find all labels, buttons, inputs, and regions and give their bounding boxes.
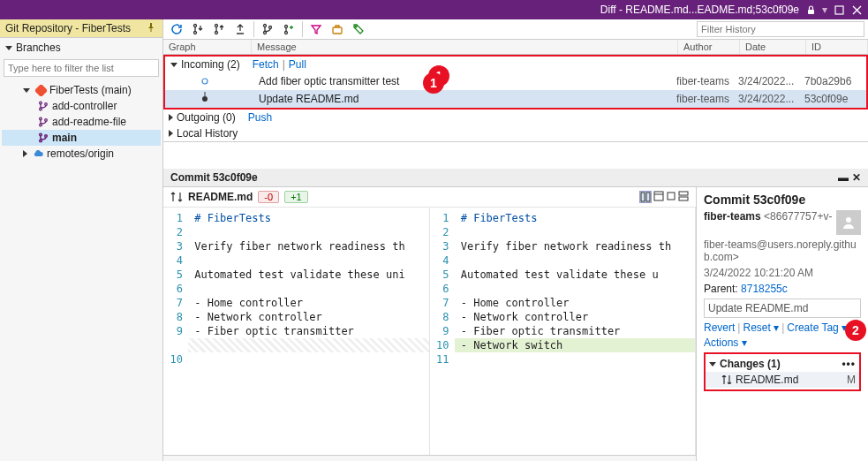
diff-left-pane[interactable]: 12345678910 # FiberTests Verify fiber ne… bbox=[163, 208, 430, 455]
svg-rect-21 bbox=[333, 27, 342, 34]
svg-point-9 bbox=[40, 133, 42, 136]
fetch-link[interactable]: Fetch bbox=[253, 58, 279, 71]
cloud-icon bbox=[32, 147, 44, 160]
actions-link[interactable]: Actions ▾ bbox=[704, 336, 747, 349]
svg-rect-30 bbox=[668, 193, 675, 200]
pull-link[interactable]: Pull bbox=[289, 58, 306, 71]
file-status: M bbox=[847, 374, 856, 386]
compare-icon bbox=[170, 192, 183, 202]
close-icon[interactable]: ✕ bbox=[852, 171, 861, 184]
svg-point-15 bbox=[215, 32, 218, 34]
panel-tab-label: Git Repository - FiberTests bbox=[5, 22, 131, 34]
branches-header[interactable]: Branches bbox=[0, 38, 162, 57]
commit-row[interactable]: Add fiber optic transmitter test fiber-t… bbox=[165, 72, 866, 90]
svg-point-3 bbox=[40, 102, 42, 104]
settings-icon[interactable] bbox=[678, 191, 689, 203]
svg-rect-32 bbox=[679, 197, 688, 200]
svg-point-16 bbox=[264, 25, 267, 27]
tag-icon[interactable] bbox=[349, 19, 368, 39]
incoming-highlight: Incoming (2) Fetch | Pull Add fiber opti… bbox=[163, 55, 868, 110]
svg-point-33 bbox=[846, 217, 851, 223]
commit-date: 3/24/2022 10:21:20 AM bbox=[704, 267, 861, 279]
svg-rect-28 bbox=[654, 192, 663, 200]
titlebar: Diff - README.md...EADME.md;53c0f09e ▾ bbox=[0, 0, 868, 19]
added-badge: +1 bbox=[284, 191, 308, 203]
changes-header[interactable]: Changes (1) ••• bbox=[706, 356, 859, 372]
commit-title: Commit 53c0f09e bbox=[704, 193, 861, 207]
view-option-icon[interactable] bbox=[666, 191, 676, 203]
window-bar-icon[interactable]: ▬ bbox=[838, 171, 849, 184]
repo-node[interactable]: FiberTests (main) bbox=[2, 82, 161, 98]
svg-point-19 bbox=[285, 26, 288, 28]
branch-filter-input[interactable] bbox=[4, 59, 159, 77]
status-bar: 100 %▾ ● No issues found Ln: 1 Ch: 1 bbox=[163, 455, 696, 461]
filter-history-input[interactable] bbox=[697, 21, 864, 37]
svg-rect-1 bbox=[835, 6, 843, 14]
branch-icon bbox=[37, 100, 49, 112]
svg-point-25 bbox=[202, 96, 208, 102]
lock-icon bbox=[804, 4, 817, 16]
inline-view-icon[interactable] bbox=[653, 191, 664, 203]
close-icon[interactable] bbox=[850, 4, 863, 16]
remotes-node[interactable]: remotes/origin bbox=[2, 146, 161, 162]
diff-tab-label: Diff - README.md...EADME.md;53c0f09e bbox=[600, 4, 799, 16]
branch-main[interactable]: main bbox=[2, 130, 161, 146]
more-icon[interactable]: ••• bbox=[842, 358, 856, 370]
create-tag-link[interactable]: Create Tag ▾ bbox=[787, 321, 847, 334]
maximize-icon[interactable] bbox=[833, 4, 845, 16]
svg-rect-2 bbox=[35, 85, 47, 96]
stash-icon[interactable] bbox=[328, 19, 347, 39]
reset-link[interactable]: Reset ▾ bbox=[743, 321, 779, 334]
commit-message: Update README.md bbox=[704, 299, 861, 318]
local-history-group[interactable]: Local History bbox=[163, 125, 868, 142]
revert-link[interactable]: Revert bbox=[704, 321, 735, 334]
panel-tab[interactable]: Git Repository - FiberTests bbox=[0, 19, 162, 38]
svg-point-23 bbox=[202, 79, 208, 84]
branch-icon bbox=[37, 132, 49, 144]
commit-grid-header: Graph Message Author Date ID bbox=[163, 40, 868, 55]
branch-icon bbox=[37, 116, 49, 128]
branch-add-readme[interactable]: add-readme-file bbox=[2, 114, 161, 130]
svg-rect-0 bbox=[808, 10, 814, 14]
diff-file-header: README.md -0 +1 bbox=[163, 187, 696, 208]
svg-point-8 bbox=[45, 119, 48, 122]
git-repository-panel: Git Repository - FiberTests Branches Fib… bbox=[0, 19, 163, 461]
svg-point-12 bbox=[194, 25, 197, 27]
removed-badge: -0 bbox=[258, 191, 279, 203]
incoming-group[interactable]: Incoming (2) Fetch | Pull bbox=[165, 57, 866, 72]
svg-point-6 bbox=[40, 117, 42, 120]
annotation-2: 2 bbox=[845, 320, 866, 341]
svg-point-18 bbox=[269, 26, 272, 29]
annotation-1: 1 bbox=[423, 72, 444, 94]
diff-right-pane[interactable]: 1234567891011 # FiberTests Verify fiber … bbox=[430, 208, 697, 455]
refresh-icon[interactable] bbox=[167, 19, 186, 39]
compare-icon bbox=[721, 375, 732, 384]
svg-point-22 bbox=[355, 26, 357, 27]
branch-add-controller[interactable]: add-controller bbox=[2, 98, 161, 114]
svg-point-5 bbox=[45, 103, 48, 106]
diff-viewer[interactable]: 12345678910 # FiberTests Verify fiber ne… bbox=[163, 208, 696, 455]
svg-point-20 bbox=[285, 32, 288, 34]
commit-row-selected[interactable]: Update README.md fiber-teams 3/24/2022..… bbox=[165, 90, 866, 108]
push-icon[interactable] bbox=[230, 19, 250, 39]
commit-actions: Revert| Reset ▾| Create Tag ▾ Actions ▾ … bbox=[704, 321, 861, 349]
fetch-icon[interactable] bbox=[188, 19, 208, 39]
changes-box: Changes (1) ••• README.md M bbox=[704, 352, 861, 391]
changed-file-row[interactable]: README.md M bbox=[706, 372, 859, 388]
pin-icon[interactable] bbox=[147, 23, 157, 34]
push-link[interactable]: Push bbox=[248, 111, 272, 124]
parent-link[interactable]: 8718255c bbox=[741, 283, 788, 295]
branch-tool-icon[interactable] bbox=[258, 19, 277, 39]
history-toolbar bbox=[163, 19, 868, 40]
pull-icon[interactable] bbox=[209, 19, 229, 39]
svg-rect-31 bbox=[679, 192, 688, 195]
branch-tree: FiberTests (main) add-controller add-rea… bbox=[0, 79, 162, 165]
svg-point-13 bbox=[194, 32, 197, 34]
outgoing-group[interactable]: Outgoing (0) Push bbox=[163, 110, 868, 125]
commit-details-tab: Commit 53c0f09e ▬ ✕ bbox=[163, 169, 868, 187]
commit-details-panel: Commit 53c0f09e fiber-teams <86677757+v-… bbox=[696, 187, 868, 461]
side-by-side-icon[interactable] bbox=[639, 191, 652, 203]
git-icon bbox=[34, 84, 47, 96]
new-branch-icon[interactable] bbox=[279, 19, 298, 39]
filter-icon[interactable] bbox=[306, 19, 326, 39]
